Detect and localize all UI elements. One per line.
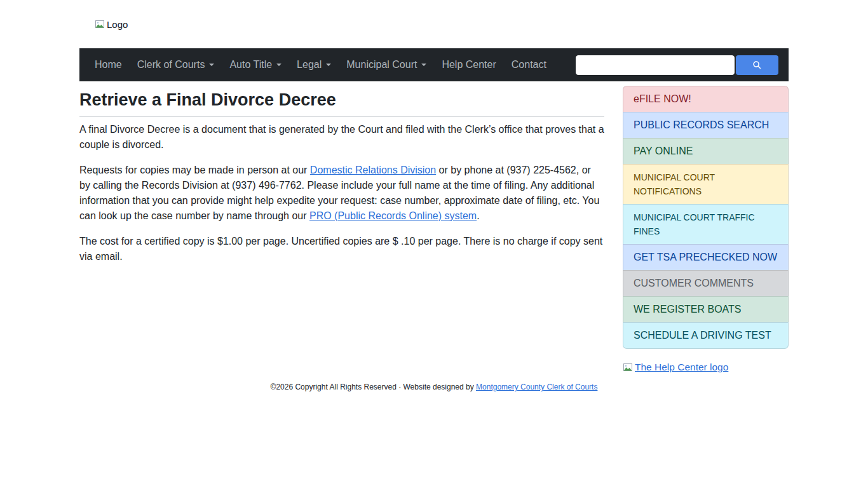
sidebar-item-5[interactable]: GET TSA PRECHECKED NOW (623, 244, 789, 271)
nav-item-label: Help Center (442, 48, 496, 81)
paragraph-text: Requests for copies may be made in perso… (79, 165, 310, 175)
sidebar-item-2[interactable]: PAY ONLINE (623, 138, 789, 165)
nav-item-label: Clerk of Courts (137, 48, 205, 81)
nav-item-auto-title[interactable]: Auto Title (222, 48, 289, 81)
nav-item-clerk-of-courts[interactable]: Clerk of Courts (130, 48, 222, 81)
article-paragraph-1: A final Divorce Decree is a document tha… (79, 122, 604, 152)
sidebar-item-8[interactable]: SCHEDULE A DRIVING TEST (623, 322, 789, 349)
nav-item-label: Contact (512, 48, 546, 81)
pro-public-records-online-link[interactable]: PRO (Public Records Online) system (309, 210, 477, 221)
search-form (576, 55, 778, 75)
footer-clerk-link[interactable]: Montgomery County Clerk of Courts (476, 383, 597, 391)
site-header: Logo (79, 0, 789, 48)
search-icon (752, 60, 762, 70)
help-logo-alt-text: The Help Center logo (635, 362, 728, 373)
sidebar: eFILE NOW! PUBLIC RECORDS SEARCH PAY ONL… (623, 86, 789, 375)
chevron-down-icon (421, 64, 426, 69)
sidebar-item-7[interactable]: WE REGISTER BOATS (623, 296, 789, 323)
nav-item-label: Municipal Court (346, 48, 417, 81)
article-paragraph-3: The cost for a certified copy is $1.00 p… (79, 234, 604, 264)
quick-links-list: eFILE NOW! PUBLIC RECORDS SEARCH PAY ONL… (623, 86, 789, 349)
domestic-relations-division-link[interactable]: Domestic Relations Division (310, 165, 436, 175)
broken-image-icon (623, 362, 633, 372)
nav-item-help-center[interactable]: Help Center (434, 48, 503, 81)
paragraph-text: . (477, 210, 479, 221)
logo-alt-text: Logo (107, 19, 128, 30)
main-navbar: Home Clerk of Courts Auto Title Legal Mu… (79, 48, 789, 81)
sidebar-item-6[interactable]: CUSTOMER COMMENTS (623, 270, 789, 297)
nav-item-label: Home (95, 48, 122, 81)
nav-item-legal[interactable]: Legal (289, 48, 339, 81)
search-button[interactable] (736, 55, 778, 75)
sidebar-item-0[interactable]: eFILE NOW! (623, 86, 789, 112)
search-input[interactable] (576, 55, 735, 75)
nav-item-home[interactable]: Home (87, 48, 130, 81)
logo-link[interactable]: Logo (95, 19, 128, 30)
help-center-logo-link[interactable]: The Help Center logo (623, 362, 728, 373)
nav-item-label: Auto Title (229, 48, 272, 81)
sidebar-item-1[interactable]: PUBLIC RECORDS SEARCH (623, 112, 789, 139)
broken-image-icon (95, 19, 105, 29)
nav-item-contact[interactable]: Contact (504, 48, 554, 81)
chevron-down-icon (276, 64, 281, 69)
title-divider (79, 116, 604, 117)
nav-item-municipal-court[interactable]: Municipal Court (339, 48, 434, 81)
sidebar-item-4[interactable]: MUNICIPAL COURT TRAFFIC FINES (623, 204, 789, 245)
chevron-down-icon (326, 64, 331, 69)
chevron-down-icon (209, 64, 214, 69)
sidebar-item-3[interactable]: MUNICIPAL COURT NOTIFICATIONS (623, 164, 789, 205)
nav-item-label: Legal (297, 48, 322, 81)
footer: ©2026 Copyright All Rights Reserved · We… (79, 375, 789, 391)
page-title: Retrieve a Final Divorce Decree (79, 90, 604, 110)
article-paragraph-2: Requests for copies may be made in perso… (79, 163, 604, 224)
article: Retrieve a Final Divorce Decree A final … (79, 86, 604, 375)
copyright-text: ©2026 Copyright All Rights Reserved · We… (271, 383, 476, 391)
